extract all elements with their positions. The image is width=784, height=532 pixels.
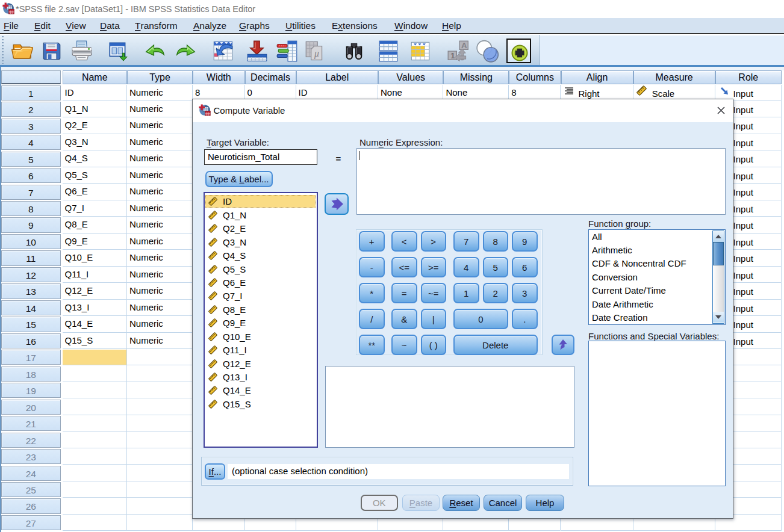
svg-text:μ: μ xyxy=(314,48,319,59)
svg-text:1: 1 xyxy=(450,51,455,60)
